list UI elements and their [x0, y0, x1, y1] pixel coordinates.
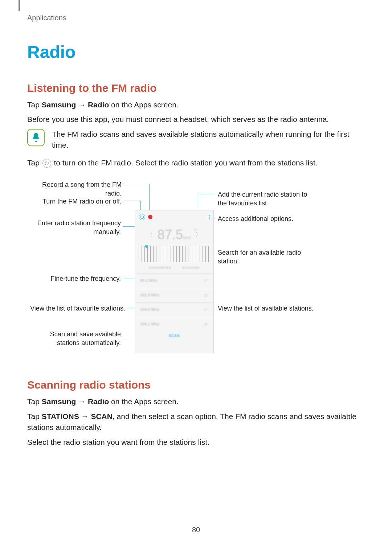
paragraph: Tap Samsung → Radio on the Apps screen.	[27, 396, 365, 407]
star-icon: ☆	[204, 292, 208, 299]
station-list: 89.1 MHz☆ 101.9 MHz☆ 104.0 MHz☆ 106.1 MH…	[135, 273, 213, 331]
scan-button: SCAN	[135, 331, 213, 341]
radio-diagram: Record a song from the FM radio. Turn th…	[27, 177, 365, 359]
callout-manual: Enter radio station frequency manually.	[27, 219, 121, 237]
star-icon: ☆	[204, 306, 208, 313]
callout-toggle: Turn the FM radio on or off.	[27, 197, 122, 206]
text-bold: STATIONS	[42, 412, 79, 420]
chevron-left-icon: 〈	[147, 230, 153, 239]
page-title: Radio	[27, 42, 365, 62]
text-bold: Radio	[88, 397, 109, 406]
text: Tap	[27, 412, 42, 420]
star-icon: ☆	[204, 277, 208, 284]
tab-favourites: FAVOURITES	[149, 266, 171, 270]
breadcrumb: Applications	[27, 14, 365, 22]
note-text: The FM radio scans and saves available s…	[52, 129, 365, 151]
list-item: 89.1 MHz☆	[135, 273, 213, 288]
record-icon	[148, 215, 152, 219]
power-icon	[139, 214, 145, 220]
tab-stations: STATIONS	[182, 266, 200, 270]
section-heading-scanning: Scanning radio stations	[27, 379, 365, 391]
section-heading-listening: Listening to the FM radio	[27, 82, 365, 94]
list-item: 106.1 MHz☆	[135, 317, 213, 331]
paragraph: Tap STATIONS → SCAN, and then select a s…	[27, 411, 365, 433]
callout-finetune: Fine-tune the frequency.	[27, 274, 121, 283]
paragraph: Tap Samsung → Radio on the Apps screen.	[27, 99, 365, 110]
text-bold: Samsung	[42, 397, 76, 406]
text-bold: SCAN	[91, 412, 113, 420]
frequency-display: 87.5	[158, 227, 183, 242]
paragraph: Tap to turn on the FM radio. Select the …	[27, 157, 365, 168]
callout-options: Access additional options.	[218, 214, 312, 223]
text-bold: Radio	[88, 100, 109, 109]
star-icon: ☆	[204, 321, 208, 328]
power-icon	[42, 159, 51, 168]
text: →	[76, 100, 88, 109]
list-item: 101.9 MHz☆	[135, 288, 213, 302]
text: Tap	[27, 100, 42, 109]
paragraph: Select the radio station you want from t…	[27, 437, 365, 448]
callout-scan: Scan and save available stations automat…	[27, 330, 121, 348]
list-item: 104.0 MHz☆	[135, 302, 213, 317]
frequency-dial	[139, 246, 210, 262]
text: on the Apps screen.	[109, 397, 178, 406]
text: to turn on the FM radio. Select the radi…	[52, 159, 318, 167]
callout-favlist: View the list of favourite stations.	[27, 304, 125, 313]
callout-available: View the list of available stations.	[218, 304, 323, 313]
note-block: The FM radio scans and saves available s…	[27, 129, 365, 151]
frequency-unit: MHz	[183, 235, 191, 240]
star-icon: ☆	[193, 226, 198, 233]
page-number: 80	[0, 526, 392, 534]
paragraph: Before you use this app, you must connec…	[27, 114, 365, 125]
text: on the Apps screen.	[109, 100, 178, 109]
text: →	[76, 397, 88, 406]
text: Tap	[27, 397, 42, 406]
dial-indicator-icon	[145, 245, 148, 248]
callout-search: Search for an available radio station.	[218, 248, 312, 266]
callout-addfav: Add the current radio station to the fav…	[218, 190, 312, 208]
bell-icon	[27, 129, 45, 146]
callout-record: Record a song from the FM radio.	[27, 180, 122, 198]
text: →	[79, 412, 91, 420]
phone-mock: 〈 87.5MHz 〉 ☆ FAVOURITES STATIONS 89.1 M…	[135, 210, 214, 353]
text-bold: Samsung	[42, 100, 76, 109]
more-options-icon	[209, 215, 210, 219]
text: Tap	[27, 159, 42, 167]
